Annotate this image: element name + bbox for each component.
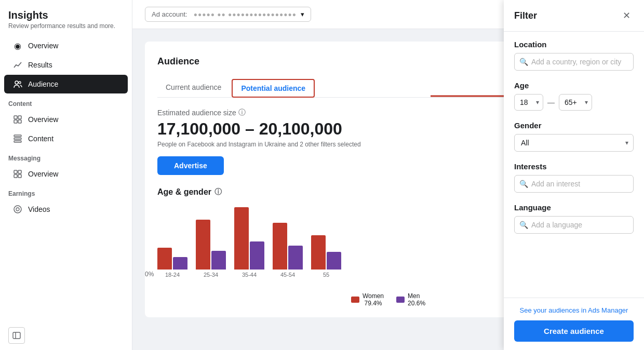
age-min-wrap: 182535455565 bbox=[514, 94, 543, 111]
bar-women-4554 bbox=[273, 223, 287, 270]
language-search-icon: 🔍 bbox=[519, 221, 528, 229]
messaging-section-label: Messaging bbox=[0, 149, 132, 164]
filter-section-interests: Interests 🔍 bbox=[514, 162, 634, 193]
interests-label: Interests bbox=[514, 162, 634, 171]
sidebar-item-label: Overview bbox=[28, 42, 58, 50]
filter-section-gender: Gender AllWomenMen bbox=[514, 121, 634, 152]
tab-potential-audience[interactable]: Potential audience bbox=[232, 79, 315, 98]
language-input[interactable] bbox=[514, 216, 634, 234]
bar-men-55plus bbox=[327, 252, 341, 270]
gender-select-wrap: AllWomenMen bbox=[514, 134, 634, 152]
sidebar-item-content-overview[interactable]: Overview bbox=[4, 110, 128, 129]
age-max-select[interactable]: 18253545556565+ bbox=[559, 94, 592, 111]
bar-group-1824: 18-24 bbox=[157, 248, 187, 278]
age-gender-info-icon: ⓘ bbox=[214, 187, 222, 197]
location-label: Location bbox=[514, 40, 634, 49]
bar-men-3544 bbox=[250, 241, 264, 270]
sidebar-toggle-icon[interactable] bbox=[8, 327, 25, 344]
app-title: Insights bbox=[8, 9, 124, 21]
tab-current-audience[interactable]: Current audience bbox=[157, 79, 230, 98]
location-input-wrap: 🔍 bbox=[514, 53, 634, 71]
filter-footer: See your audiences in Ads Manager Create… bbox=[504, 298, 644, 350]
age-row: 182535455565 — 18253545556565+ bbox=[514, 94, 634, 111]
bar-men-2534 bbox=[211, 251, 226, 270]
sidebar-item-results[interactable]: Results bbox=[4, 56, 128, 74]
svg-point-1 bbox=[19, 82, 21, 84]
ad-account-label: Ad account: bbox=[152, 10, 187, 18]
bar-women-3544 bbox=[234, 207, 249, 270]
filter-header: Filter ✕ bbox=[504, 0, 644, 32]
earnings-section-label: Earnings bbox=[0, 184, 132, 199]
filter-panel: Filter ✕ Location 🔍 Age 182535455565 — bbox=[504, 0, 644, 350]
filter-close-button[interactable]: ✕ bbox=[619, 8, 634, 23]
audience-icon bbox=[12, 79, 23, 89]
svg-point-14 bbox=[16, 208, 19, 211]
language-input-wrap: 🔍 bbox=[514, 216, 634, 234]
age-min-select[interactable]: 182535455565 bbox=[514, 94, 543, 111]
svg-point-13 bbox=[14, 206, 21, 213]
bar-men-1824 bbox=[173, 257, 187, 270]
dropdown-icon: ▾ bbox=[301, 10, 304, 18]
age-dash: — bbox=[547, 98, 555, 106]
sidebar-nav: ◉ Overview Results Audience Content Over… bbox=[0, 36, 132, 321]
svg-rect-7 bbox=[14, 138, 21, 140]
svg-rect-5 bbox=[18, 120, 21, 123]
bar-women-1824 bbox=[157, 248, 172, 270]
sidebar-item-messaging-overview[interactable]: Overview bbox=[4, 165, 128, 183]
messaging-overview-icon bbox=[12, 169, 23, 179]
see-audiences-link[interactable]: See your audiences in Ads Manager bbox=[514, 306, 634, 314]
sidebar-item-content-content[interactable]: Content bbox=[4, 129, 128, 148]
svg-rect-8 bbox=[14, 141, 21, 142]
content-icon bbox=[12, 133, 23, 144]
sidebar-item-overview[interactable]: ◉ Overview bbox=[4, 36, 128, 55]
svg-rect-10 bbox=[18, 170, 21, 173]
sidebar-item-label: Overview bbox=[28, 115, 58, 124]
ad-account-value: ●●●●● ●● ●●●●●●●●●●●●●●●● bbox=[194, 11, 297, 18]
sidebar-item-videos[interactable]: Videos bbox=[4, 200, 128, 219]
create-audience-button[interactable]: Create audience bbox=[514, 320, 634, 342]
bar-label-55plus: 55 bbox=[311, 272, 341, 278]
sidebar-footer bbox=[0, 321, 132, 350]
sidebar-item-label: Results bbox=[28, 61, 52, 69]
bar-women-2534 bbox=[196, 220, 210, 270]
svg-rect-15 bbox=[13, 332, 20, 339]
location-search-icon: 🔍 bbox=[519, 58, 528, 66]
svg-rect-4 bbox=[14, 120, 17, 123]
filter-body: Location 🔍 Age 182535455565 — 1825354555… bbox=[504, 32, 644, 298]
bar-label-4554: 45-54 bbox=[273, 272, 303, 278]
bar-women-55plus bbox=[311, 235, 326, 270]
info-icon: ⓘ bbox=[238, 108, 246, 117]
audience-title: Audience bbox=[157, 56, 199, 67]
svg-point-0 bbox=[15, 81, 18, 84]
bar-label-1824: 18-24 bbox=[157, 272, 187, 278]
svg-rect-12 bbox=[18, 174, 21, 178]
svg-rect-2 bbox=[14, 116, 17, 119]
legend-color-women bbox=[351, 297, 359, 303]
filter-section-age: Age 182535455565 — 18253545556565+ bbox=[514, 81, 634, 111]
sidebar-item-audience[interactable]: Audience bbox=[4, 75, 128, 93]
videos-icon bbox=[12, 204, 23, 214]
bar-label-2534: 25-34 bbox=[196, 272, 226, 278]
filter-section-language: Language 🔍 bbox=[514, 203, 634, 234]
bar-men-4554 bbox=[288, 246, 303, 270]
content-overview-icon bbox=[12, 114, 23, 125]
results-icon bbox=[12, 60, 23, 70]
sidebar-header: Insights Review performance results and … bbox=[0, 0, 132, 36]
age-label: Age bbox=[514, 81, 634, 90]
zero-label: 0% bbox=[145, 271, 154, 278]
overview-icon: ◉ bbox=[12, 41, 23, 51]
app-subtitle: Review performance results and more. bbox=[8, 22, 124, 30]
interests-input-wrap: 🔍 bbox=[514, 175, 634, 193]
sidebar-item-label: Audience bbox=[28, 80, 58, 88]
filter-panel-title: Filter bbox=[514, 10, 537, 21]
age-max-wrap: 18253545556565+ bbox=[559, 94, 592, 111]
gender-select[interactable]: AllWomenMen bbox=[514, 134, 634, 152]
interests-input[interactable] bbox=[514, 175, 634, 193]
bar-label-3544: 35-44 bbox=[234, 272, 264, 278]
location-input[interactable] bbox=[514, 53, 634, 71]
bar-group-4554: 45-54 bbox=[273, 223, 303, 278]
ad-account-selector[interactable]: Ad account: ●●●●● ●● ●●●●●●●●●●●●●●●● ▾ bbox=[145, 7, 311, 22]
advertise-button[interactable]: Advertise bbox=[157, 156, 224, 175]
filter-section-location: Location 🔍 bbox=[514, 40, 634, 71]
sidebar-item-label: Overview bbox=[28, 170, 58, 178]
